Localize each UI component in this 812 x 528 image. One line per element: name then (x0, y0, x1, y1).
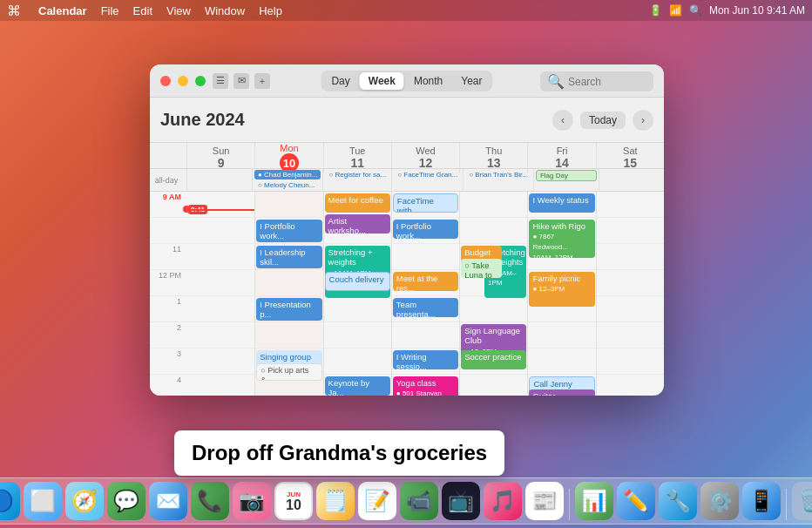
battery-icon: 🔋 (649, 4, 662, 17)
close-button[interactable] (160, 76, 171, 86)
next-button[interactable]: › (633, 110, 653, 131)
allday-wed: ○ FaceTime Gran... (391, 169, 463, 192)
event-meet-coffee-tue[interactable]: Meet for coffee (325, 193, 390, 213)
calendar-grid: 9:41 I Portfolio work... I Leadership sk… (186, 192, 664, 396)
event-keynote-tue[interactable]: Keynote by Ja... (325, 376, 390, 396)
time-10 (150, 218, 186, 244)
days-header: Sun 9 Mon 10 Tue 11 Wed 12 Thu 13 Fri 14… (150, 143, 664, 169)
time-11: 11 (150, 244, 186, 270)
inbox-icon[interactable]: ✉ (233, 73, 249, 89)
allday-fri: Flag Day (533, 169, 599, 192)
prev-button[interactable]: ‹ (552, 110, 573, 131)
dock-music[interactable]: 🎵 (484, 482, 522, 520)
day-num-13: 13 (487, 156, 501, 170)
event-luna-thu[interactable]: ○ Take Luna to th... (461, 259, 502, 278)
dock-trash[interactable]: 🗑️ (792, 482, 812, 520)
allday-event-chad[interactable]: ● Chad Benjamin... (254, 170, 321, 179)
sidebar-toggle[interactable]: ☰ (213, 73, 228, 89)
day-col-fri: I Weekly status Hike with Rigo● 7867 Red… (527, 192, 595, 396)
dock-pages[interactable]: ✏️ (617, 482, 655, 520)
tab-day[interactable]: Day (322, 72, 358, 90)
allday-sat (599, 169, 664, 192)
dock-calendar[interactable]: JUN 10 (274, 482, 313, 520)
event-artist-workshop-tue[interactable]: Artist worksho... (325, 214, 390, 234)
dock-notes[interactable]: 🗒️ (316, 482, 355, 520)
allday-event-brian[interactable]: ○ Brian Tran's Bir... (465, 170, 531, 179)
app-menu-calendar[interactable]: Calendar (38, 4, 87, 17)
dock-appstore[interactable]: 🔧 (659, 482, 697, 520)
time-9am: 9 AM (150, 192, 186, 218)
dock-launchpad[interactable]: ⬜ (24, 482, 62, 520)
day-num-15: 15 (624, 156, 638, 170)
time-4: 4 (150, 375, 186, 396)
day-name-sat: Sat (623, 146, 638, 156)
allday-row: all-day ● Chad Benjamin... ○ Melody Cheu… (150, 169, 664, 192)
apple-menu[interactable]: ⌘ (7, 3, 21, 19)
dock-separator-2 (786, 489, 787, 520)
allday-event-register[interactable]: ○ Register for sa... (325, 170, 389, 179)
menu-window[interactable]: Window (205, 4, 245, 17)
day-col-sat (596, 192, 664, 396)
tab-week[interactable]: Week (360, 72, 404, 90)
event-couch-tue[interactable]: Couch delivery (325, 272, 390, 291)
calendar-nav: ‹ Today › (552, 110, 653, 131)
dock-photos[interactable]: 📷 (233, 482, 271, 520)
dock-safari[interactable]: 🧭 (65, 482, 104, 520)
event-writing-wed[interactable]: I Writing sessio... (393, 350, 458, 369)
menu-view[interactable]: View (166, 4, 191, 17)
allday-tue: ○ Register for sa... (322, 169, 391, 192)
dock: 🔵 ⬜ 🧭 💬 ✉️ 📞 📷 JUN 10 🗒️ 📝 📹 📺 🎵 📰 📊 ✏️ … (0, 477, 812, 525)
event-portfolio-wed[interactable]: I Portfolio work... (393, 220, 458, 239)
tab-year[interactable]: Year (452, 72, 491, 90)
tab-month[interactable]: Month (405, 72, 451, 90)
allday-event-facetime[interactable]: ○ FaceTime Gran... (394, 170, 461, 179)
dock-systemprefs[interactable]: ⚙️ (700, 482, 739, 520)
menubar-right: 🔋 📶 🔍 Mon Jun 10 9:41 AM (649, 4, 805, 17)
dock-appletv[interactable]: 📺 (442, 482, 480, 520)
event-facetime-wed[interactable]: FaceTime with... (393, 193, 458, 213)
event-portfolio-work-mon[interactable]: I Portfolio work... (256, 220, 321, 242)
event-hike-fri[interactable]: Hike with Rigo● 7867 Redwood...10AM–12PM (529, 220, 594, 258)
search-input[interactable] (568, 76, 646, 88)
menu-file[interactable]: File (101, 4, 119, 17)
dock-facetime[interactable]: 📹 (400, 482, 438, 520)
zoom-button[interactable] (195, 76, 206, 86)
dock-finder[interactable]: 🔵 (0, 482, 20, 520)
event-leadership-mon[interactable]: I Leadership skil... (256, 246, 321, 268)
event-meet-res-wed[interactable]: Meet at the res... (393, 272, 458, 291)
event-guitar-fri[interactable]: Guitar lessons... (529, 389, 594, 396)
event-team-presenta-wed[interactable]: Team presenta... (393, 298, 458, 317)
dock-reminders[interactable]: 📝 (358, 482, 396, 520)
event-presentation-mon[interactable]: I Presentation p... (256, 298, 321, 321)
minimize-button[interactable] (178, 76, 188, 86)
event-pickup-mon[interactable]: ○ Pick up arts &... (256, 363, 321, 381)
dock-iphone-mirroring[interactable]: 📱 (742, 482, 781, 520)
menu-edit[interactable]: Edit (133, 4, 152, 17)
event-soccer-thu[interactable]: Soccer practice (461, 350, 526, 369)
allday-event-flagday[interactable]: Flag Day (536, 170, 597, 181)
traffic-lights (160, 76, 206, 86)
event-yoga-wed[interactable]: Yoga class● 501 Stanyan St...4–6:30PM (393, 376, 458, 396)
dock-messages[interactable]: 💬 (107, 482, 145, 520)
day-header-wed: Wed 12 (391, 143, 459, 173)
dock-mail[interactable]: ✉️ (149, 482, 187, 520)
add-button[interactable]: + (254, 73, 270, 89)
day-num-11: 11 (350, 156, 364, 170)
calendar-window: ☰ ✉ + Day Week Month Year 🔍 June 2024 ‹ … (150, 64, 664, 396)
search-box[interactable]: 🔍 (540, 71, 653, 91)
today-button[interactable]: Today (580, 112, 626, 129)
dock-phone[interactable]: 📞 (191, 482, 229, 520)
dock-news[interactable]: 📰 (525, 482, 564, 520)
event-weekly-fri[interactable]: I Weekly status (529, 193, 594, 213)
time-column: 9 AM 11 12 PM 1 2 3 4 5 6 7 8 (150, 192, 186, 396)
allday-sun (186, 169, 252, 192)
allday-event-melody[interactable]: ○ Melody Cheun... (254, 180, 321, 190)
dock-separator-1 (569, 489, 570, 520)
allday-thu: ○ Brian Tran's Bir... (463, 169, 533, 192)
time-12pm: 12 PM (150, 270, 186, 296)
dock-numbers[interactable]: 📊 (575, 482, 613, 520)
menubar: ⌘ Calendar File Edit View Window Help 🔋 … (0, 0, 812, 21)
event-picnic-fri[interactable]: Family picnic● 12–3PM (529, 272, 594, 307)
menu-help[interactable]: Help (259, 4, 282, 17)
day-header-thu: Thu 13 (459, 143, 527, 173)
